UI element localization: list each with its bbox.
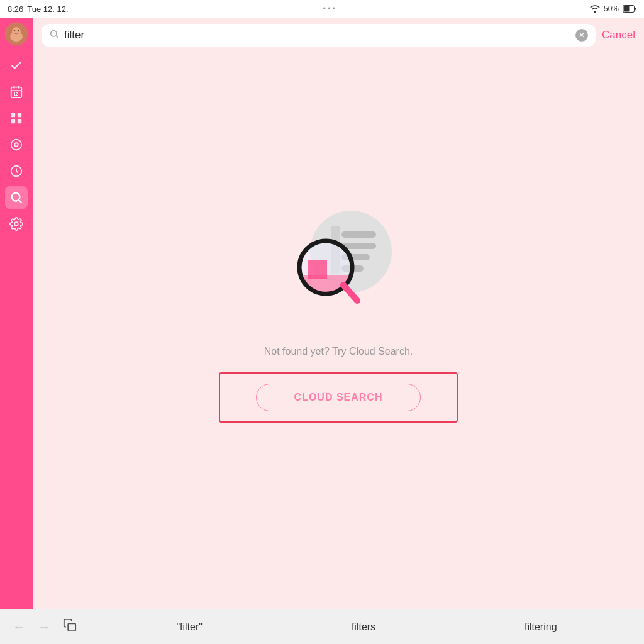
status-bar: 8:26 Tue 12. 12. • • • 50% — [0, 0, 644, 18]
cancel-button[interactable]: Cancel — [602, 29, 635, 42]
wifi-icon — [590, 5, 600, 13]
sidebar-item-settings[interactable] — [5, 213, 28, 235]
svg-rect-25 — [341, 231, 376, 238]
svg-point-5 — [14, 30, 15, 31]
svg-rect-1 — [623, 6, 629, 12]
svg-point-19 — [12, 193, 20, 201]
svg-rect-13 — [18, 113, 21, 117]
back-button[interactable]: ← — [13, 619, 25, 634]
svg-text:12: 12 — [14, 92, 19, 96]
svg-point-16 — [11, 140, 22, 150]
battery-icon — [623, 5, 636, 13]
search-illustration — [275, 201, 401, 327]
svg-line-23 — [56, 36, 58, 38]
search-icon — [49, 29, 59, 42]
svg-line-20 — [19, 200, 21, 203]
suggestion-filters[interactable]: filters — [352, 621, 375, 633]
sidebar: 12 — [0, 18, 33, 609]
not-found-text: Not found yet? Try Cloud Search. — [264, 346, 413, 357]
illustration-svg — [275, 201, 401, 327]
sidebar-item-search[interactable] — [5, 186, 28, 209]
sidebar-item-focus[interactable] — [5, 133, 28, 156]
suggestion-filter-quoted[interactable]: "filter" — [176, 621, 203, 633]
sidebar-item-clock[interactable] — [5, 160, 28, 182]
status-time: 8:26 — [8, 4, 23, 14]
search-bar: ✕ Cancel — [33, 18, 644, 53]
status-left: 8:26 Tue 12. 12. — [8, 4, 69, 14]
svg-rect-15 — [18, 119, 21, 123]
svg-point-6 — [18, 30, 19, 31]
svg-rect-14 — [11, 119, 15, 123]
status-center: • • • — [323, 4, 335, 13]
svg-point-22 — [51, 31, 57, 36]
forward-button[interactable]: → — [38, 619, 50, 634]
sidebar-item-tasks[interactable] — [5, 54, 28, 77]
sidebar-item-apps[interactable] — [5, 107, 28, 130]
svg-rect-33 — [308, 260, 327, 279]
search-input[interactable] — [64, 29, 570, 42]
toolbar-nav: ← → — [0, 618, 89, 635]
search-input-wrapper: ✕ — [42, 24, 596, 47]
svg-point-21 — [14, 222, 18, 226]
status-date: Tue 12. 12. — [27, 4, 68, 14]
svg-rect-12 — [11, 113, 15, 117]
copy-button[interactable] — [63, 618, 77, 635]
status-dots: • • • — [323, 4, 335, 13]
user-avatar[interactable] — [5, 23, 28, 45]
clear-button[interactable]: ✕ — [575, 29, 588, 42]
suggestion-filtering[interactable]: filtering — [525, 621, 557, 633]
battery-percent: 50% — [604, 4, 619, 13]
empty-state: Not found yet? Try Cloud Search. CLOUD S… — [33, 53, 644, 609]
toolbar-suggestions: "filter" filters filtering — [89, 621, 644, 633]
bottom-toolbar: ← → "filter" filters filtering — [0, 609, 644, 644]
status-right: 50% — [590, 4, 636, 13]
avatar-image — [5, 23, 28, 45]
svg-point-4 — [12, 27, 21, 36]
svg-rect-35 — [68, 623, 75, 631]
cloud-search-button[interactable]: CLOUD SEARCH — [256, 384, 421, 411]
sidebar-item-calendar[interactable]: 12 — [5, 80, 28, 103]
main-content: ✕ Cancel — [33, 18, 644, 609]
svg-point-17 — [14, 143, 18, 147]
cloud-search-container: CLOUD SEARCH — [219, 372, 458, 423]
